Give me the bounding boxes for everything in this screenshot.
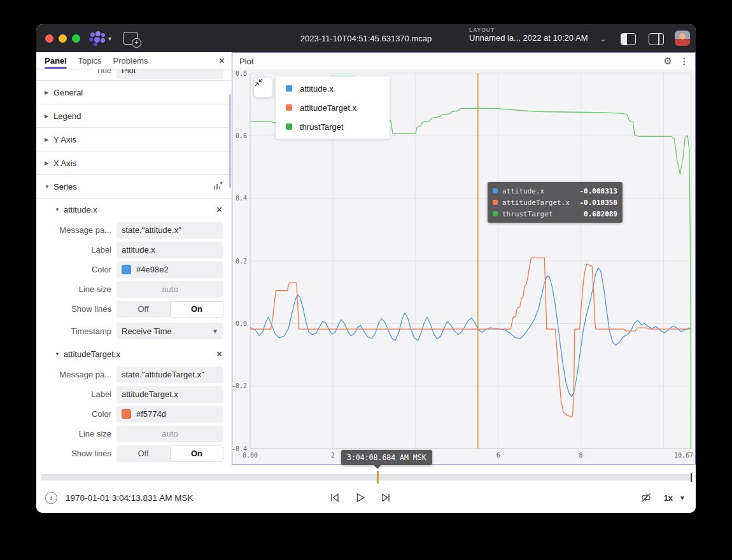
line-size-input[interactable]: auto xyxy=(116,426,223,442)
tooltip-row: attitude.x -0.008313 xyxy=(493,185,617,197)
field-label: Show lines xyxy=(36,304,116,314)
show-lines-off-button[interactable]: Off xyxy=(116,445,170,462)
remove-series-icon[interactable]: ✕ xyxy=(216,349,223,359)
plus-icon: + xyxy=(132,38,141,48)
svg-text:8: 8 xyxy=(579,452,583,459)
field-label: Line size xyxy=(36,429,116,438)
series-color-swatch xyxy=(493,211,498,216)
chevron-right-icon: ▶ xyxy=(45,90,53,95)
show-lines-row: Show lines Off On xyxy=(36,444,232,463)
section-x-axis[interactable]: ▶ X Axis xyxy=(36,151,232,175)
color-swatch[interactable] xyxy=(122,409,131,419)
playback-speed[interactable]: 1x xyxy=(664,493,673,503)
remove-series-icon[interactable]: ✕ xyxy=(216,205,223,214)
tab-topics[interactable]: Topics xyxy=(78,52,102,69)
section-legend[interactable]: ▶ Legend xyxy=(36,104,232,128)
show-lines-row: Show lines Off On xyxy=(36,299,232,319)
panel-settings-gear-icon[interactable]: ⚙ xyxy=(664,55,672,67)
chevron-down-icon: ▼ xyxy=(45,184,53,190)
toggle-right-sidebar-button[interactable] xyxy=(649,33,664,45)
section-y-axis[interactable]: ▶ Y Axis xyxy=(36,128,232,151)
label-input[interactable]: attitudeTarget.x xyxy=(116,386,223,403)
label-input[interactable]: attitude.x xyxy=(116,242,223,258)
message-path-input[interactable]: state."attitudeTarget.x" xyxy=(116,367,223,383)
seek-backward-button[interactable] xyxy=(329,492,341,503)
add-series-icon[interactable] xyxy=(213,181,223,193)
legend-item[interactable]: thrustTarget xyxy=(276,117,390,136)
message-path-row: Message pa... state."attitude.x" xyxy=(36,220,232,240)
chevron-down-icon: ▼ xyxy=(55,351,64,357)
legend-label: thrustTarget xyxy=(300,122,344,132)
color-input[interactable]: #4e98e2 xyxy=(116,262,223,278)
field-label: Label xyxy=(36,245,116,255)
color-value: #4e98e2 xyxy=(136,265,169,274)
chart-area[interactable]: 0.80.60.40.20.0-0.2-0.40.00246810.67 att… xyxy=(232,69,695,464)
close-sidebar-icon[interactable]: ✕ xyxy=(218,56,225,66)
title-field-input[interactable]: Plot xyxy=(116,69,223,79)
svg-text:0.8: 0.8 xyxy=(236,70,247,77)
color-swatch[interactable] xyxy=(122,265,131,274)
series-attitudetarget-x-header[interactable]: ▼ attitudeTarget.x ✕ xyxy=(36,343,232,365)
seek-forward-button[interactable] xyxy=(380,492,391,503)
section-series[interactable]: ▼ Series xyxy=(36,175,232,199)
show-lines-toggle: Off On xyxy=(116,445,223,462)
color-row: Color #f5774d xyxy=(36,404,232,424)
svg-text:2: 2 xyxy=(331,452,335,459)
loop-off-icon[interactable] xyxy=(640,491,652,504)
user-avatar[interactable] xyxy=(675,31,690,46)
legend-item[interactable]: attitudeTarget.x xyxy=(276,98,390,117)
color-input[interactable]: #f5774d xyxy=(116,406,223,423)
chevron-right-icon: ▶ xyxy=(45,137,53,143)
field-label: Message pa... xyxy=(36,370,116,379)
collapse-legend-button[interactable] xyxy=(254,78,272,97)
chevron-right-icon: ▶ xyxy=(45,113,53,119)
app-menu-chevron-icon[interactable]: ▾ xyxy=(108,35,111,42)
seek-bar[interactable] xyxy=(41,474,691,480)
panel-title: Plot xyxy=(239,57,253,66)
section-label: Y Axis xyxy=(53,135,76,144)
section-label: X Axis xyxy=(53,158,76,168)
info-icon[interactable]: i xyxy=(45,492,57,504)
play-button[interactable] xyxy=(355,492,366,503)
chevron-right-icon: ▶ xyxy=(45,160,53,166)
message-path-row: Message pa... state."attitudeTarget.x" xyxy=(36,365,232,384)
field-label: Timestamp xyxy=(36,326,116,336)
zoom-window-button[interactable] xyxy=(72,34,80,43)
show-lines-on-button[interactable]: On xyxy=(170,301,223,318)
section-general[interactable]: ▶ General xyxy=(36,80,232,104)
close-window-button[interactable] xyxy=(45,34,53,43)
show-lines-off-button[interactable]: Off xyxy=(116,301,170,318)
tab-panel[interactable]: Panel xyxy=(45,52,67,69)
sidebar-scrollbar[interactable] xyxy=(229,94,231,188)
speed-chevron-icon[interactable]: ▼ xyxy=(679,494,686,501)
line-size-row: Line size auto xyxy=(36,279,232,299)
timestamp-select[interactable]: Receive Time ▼ xyxy=(116,323,223,339)
panel-menu-kebab-icon[interactable]: ⋮ xyxy=(680,56,689,66)
sidebar-tabbar: Panel Topics Problems ✕ xyxy=(36,52,232,69)
show-lines-on-button[interactable]: On xyxy=(170,445,223,462)
layout-chevron-icon[interactable]: ⌄ xyxy=(600,35,606,43)
plot-panel-header: Plot ⚙ ⋮ xyxy=(232,53,695,69)
color-value: #f5774d xyxy=(136,409,166,419)
legend-item[interactable]: attitude.x xyxy=(276,79,390,98)
series-attitude-x-header[interactable]: ▼ attitude.x ✕ xyxy=(36,199,232,220)
message-path-input[interactable]: state."attitude.x" xyxy=(116,222,223,239)
svg-text:-0.4: -0.4 xyxy=(232,445,247,452)
svg-text:0.00: 0.00 xyxy=(243,452,258,459)
app-window: ▾ + 2023-11-10T04:51:45.631370.mcap LAYO… xyxy=(36,24,696,513)
svg-text:0.2: 0.2 xyxy=(236,258,247,265)
add-panel-icon[interactable]: + xyxy=(123,32,138,45)
line-size-input[interactable]: auto xyxy=(116,281,223,298)
toggle-left-sidebar-button[interactable] xyxy=(621,33,636,45)
tooltip-series-value: 0.682089 xyxy=(584,210,617,218)
main-area: Panel Topics Problems ✕ Title Plot ▶ Gen… xyxy=(36,52,696,465)
layout-switcher[interactable]: LAYOUT Unnamed la... 2022 at 10:20 AM xyxy=(469,27,588,43)
plot-panel[interactable]: Plot ⚙ ⋮ 0.80.60.40.20.0-0.2-0.40.002468… xyxy=(232,52,696,465)
section-label: General xyxy=(53,88,83,97)
seek-playhead[interactable] xyxy=(377,471,379,484)
tooltip-row: thrustTarget 0.682089 xyxy=(493,208,617,220)
minimize-window-button[interactable] xyxy=(59,34,67,43)
foxglove-logo-icon[interactable] xyxy=(89,31,106,46)
tab-problems[interactable]: Problems xyxy=(113,52,148,69)
playback-controls: i 1970-01-01 3:04:13.831 AM MSK 1x ▼ xyxy=(36,482,696,513)
